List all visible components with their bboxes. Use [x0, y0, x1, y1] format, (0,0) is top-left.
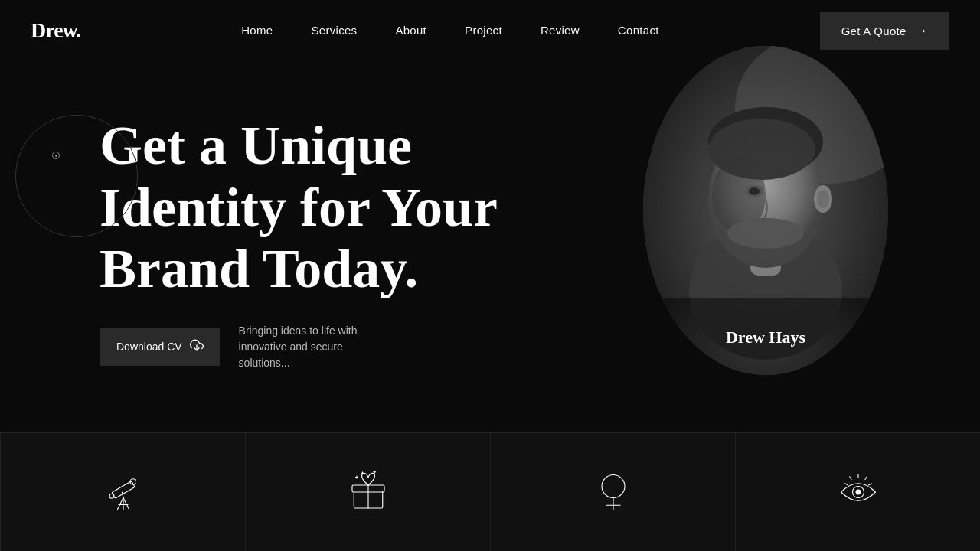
icon-section-venus	[491, 433, 736, 551]
nav-link-services[interactable]: Services	[311, 24, 357, 37]
telescope-icon	[100, 469, 146, 515]
profile-photo	[643, 46, 888, 375]
profile-oval: Drew Hays	[643, 46, 888, 375]
navbar: Drew. Home Services About Project Review…	[0, 0, 980, 61]
download-cv-button[interactable]: Download CV	[100, 328, 220, 366]
hero-section: Get a Unique Identity for Your Brand Tod…	[0, 61, 980, 429]
svg-line-22	[123, 498, 129, 510]
gift-icon	[345, 469, 391, 515]
venus-icon	[590, 469, 636, 515]
portrait-svg	[643, 46, 888, 375]
logo[interactable]: Drew.	[31, 18, 80, 43]
nav-item-review[interactable]: Review	[541, 24, 580, 37]
arrow-icon: →	[914, 23, 928, 39]
get-quote-label: Get A Quote	[841, 24, 906, 37]
svg-line-43	[868, 484, 871, 485]
hero-actions: Download CV Bringing ideas to life with …	[100, 323, 544, 371]
icon-section-telescope	[0, 433, 246, 551]
svg-point-39	[856, 490, 861, 494]
hero-subtitle: Bringing ideas to life with innovative a…	[239, 323, 392, 371]
svg-line-42	[849, 477, 851, 480]
nav-item-contact[interactable]: Contact	[618, 24, 659, 37]
profile-name: Drew Hays	[643, 328, 888, 347]
eye-icon	[835, 469, 881, 515]
icon-section-eye	[736, 433, 980, 551]
nav-link-project[interactable]: Project	[465, 24, 502, 37]
nav-link-contact[interactable]: Contact	[618, 24, 659, 37]
get-quote-button[interactable]: Get A Quote →	[820, 12, 949, 50]
nav-link-about[interactable]: About	[395, 24, 426, 37]
svg-line-25	[122, 492, 123, 498]
hero-title: Get a Unique Identity for Your Brand Tod…	[100, 115, 544, 300]
download-icon	[190, 338, 204, 355]
nav-item-services[interactable]: Services	[311, 24, 357, 37]
nav-link-review[interactable]: Review	[541, 24, 580, 37]
hero-text-block: Get a Unique Identity for Your Brand Tod…	[100, 77, 544, 371]
svg-line-41	[865, 477, 867, 480]
nav-item-project[interactable]: Project	[465, 24, 502, 37]
svg-line-44	[844, 484, 848, 485]
hero-image-container: Drew Hays	[643, 46, 888, 375]
nav-links: Home Services About Project Review Conta…	[241, 24, 658, 37]
icons-bar	[0, 432, 980, 551]
nav-item-about[interactable]: About	[395, 24, 426, 37]
nav-link-home[interactable]: Home	[241, 24, 273, 37]
svg-line-21	[117, 498, 123, 510]
nav-item-home[interactable]: Home	[241, 24, 273, 37]
decorative-dot	[52, 152, 60, 159]
svg-point-35	[602, 475, 625, 498]
icon-section-gift	[246, 433, 491, 551]
download-cv-label: Download CV	[116, 341, 182, 353]
